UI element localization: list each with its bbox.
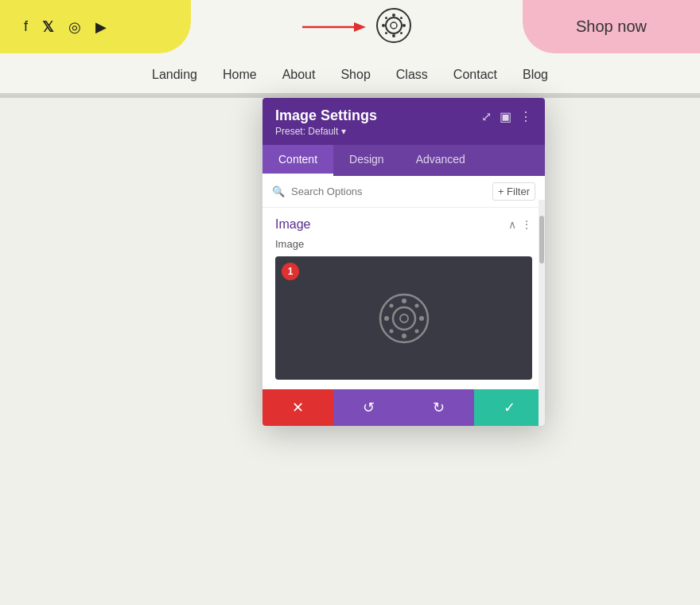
svg-point-10 bbox=[400, 17, 402, 19]
image-upload-area[interactable]: 1 bbox=[275, 256, 532, 380]
svg-point-15 bbox=[400, 314, 408, 322]
facebook-icon[interactable]: f bbox=[24, 18, 28, 35]
youtube-icon[interactable]: ▶ bbox=[95, 18, 107, 36]
nav-item-contact[interactable]: Contact bbox=[453, 68, 497, 82]
badge-number: 1 bbox=[282, 263, 299, 280]
search-icon: 🔍 bbox=[272, 185, 285, 197]
svg-point-7 bbox=[382, 24, 385, 27]
expand-icon[interactable]: ⤢ bbox=[481, 109, 492, 124]
shop-now-label[interactable]: Shop now bbox=[576, 18, 647, 36]
svg-point-20 bbox=[389, 303, 393, 307]
scrollbar[interactable] bbox=[539, 200, 545, 426]
modal-footer: ✕ ↺ ↻ ✓ bbox=[262, 389, 545, 426]
image-field-label: Image bbox=[275, 238, 532, 250]
modal-title: Image Settings bbox=[275, 107, 377, 124]
svg-point-19 bbox=[419, 316, 424, 321]
cancel-button[interactable]: ✕ bbox=[262, 389, 333, 426]
modal-tabs: Content Design Advanced bbox=[262, 145, 545, 176]
svg-point-4 bbox=[391, 22, 397, 29]
modal-header: Image Settings Preset: Default ▾ ⤢ ▣ ⋮ bbox=[262, 98, 545, 145]
search-bar: 🔍 + Filter bbox=[262, 176, 545, 208]
site-logo[interactable] bbox=[375, 7, 412, 47]
svg-point-23 bbox=[414, 329, 418, 333]
section-header: Image ∧ ⋮ bbox=[275, 217, 532, 232]
redo-icon: ↻ bbox=[433, 399, 445, 416]
svg-point-18 bbox=[384, 316, 389, 321]
svg-point-6 bbox=[392, 34, 395, 37]
svg-point-21 bbox=[414, 303, 418, 307]
svg-point-5 bbox=[392, 14, 395, 17]
save-icon: ✓ bbox=[504, 399, 515, 416]
svg-marker-1 bbox=[354, 22, 366, 32]
filter-button[interactable]: + Filter bbox=[492, 182, 535, 201]
redo-button[interactable]: ↻ bbox=[404, 389, 475, 426]
columns-icon[interactable]: ▣ bbox=[500, 109, 511, 124]
svg-point-9 bbox=[385, 17, 387, 19]
section-more-icon[interactable]: ⋮ bbox=[521, 218, 532, 231]
svg-point-14 bbox=[393, 307, 415, 330]
nav-item-about[interactable]: About bbox=[282, 68, 316, 82]
more-icon[interactable]: ⋮ bbox=[519, 109, 532, 124]
cancel-icon: ✕ bbox=[292, 399, 304, 416]
section-actions: ∧ ⋮ bbox=[508, 218, 532, 231]
svg-point-11 bbox=[385, 32, 387, 34]
search-input[interactable] bbox=[291, 185, 486, 197]
header-right-section: Shop now bbox=[523, 0, 700, 53]
nav-item-class[interactable]: Class bbox=[396, 68, 428, 82]
svg-point-12 bbox=[400, 32, 402, 34]
modal-header-icons: ⤢ ▣ ⋮ bbox=[481, 109, 532, 124]
save-button[interactable]: ✓ bbox=[474, 389, 545, 426]
scrollbar-thumb[interactable] bbox=[539, 216, 544, 263]
undo-icon: ↺ bbox=[363, 399, 375, 416]
svg-point-22 bbox=[389, 329, 393, 333]
tab-advanced[interactable]: Advanced bbox=[400, 145, 481, 176]
nav-item-landing[interactable]: Landing bbox=[152, 68, 197, 82]
twitter-icon[interactable]: 𝕏 bbox=[42, 18, 54, 36]
nav-item-home[interactable]: Home bbox=[223, 68, 257, 82]
chevron-up-icon[interactable]: ∧ bbox=[508, 218, 516, 231]
svg-point-8 bbox=[402, 24, 406, 27]
section-title: Image bbox=[275, 217, 310, 232]
tab-content[interactable]: Content bbox=[262, 145, 333, 176]
nav-item-shop[interactable]: Shop bbox=[340, 68, 370, 82]
main-navigation: Landing Home About Shop Class Contact Bl… bbox=[0, 53, 700, 93]
instagram-icon[interactable]: ◎ bbox=[68, 18, 81, 36]
tab-design[interactable]: Design bbox=[333, 145, 400, 176]
page-content-area: Image Settings Preset: Default ▾ ⤢ ▣ ⋮ C… bbox=[0, 98, 700, 605]
svg-point-3 bbox=[386, 18, 402, 33]
modal-body: Image ∧ ⋮ Image 1 bbox=[262, 208, 545, 389]
header-left-section: f 𝕏 ◎ ▶ bbox=[0, 0, 191, 53]
image-settings-panel: Image Settings Preset: Default ▾ ⤢ ▣ ⋮ C… bbox=[262, 98, 545, 426]
svg-point-16 bbox=[402, 299, 406, 303]
modal-title-block: Image Settings Preset: Default ▾ bbox=[275, 107, 377, 137]
modal-preset[interactable]: Preset: Default ▾ bbox=[275, 126, 377, 137]
nav-item-blog[interactable]: Blog bbox=[523, 68, 548, 82]
arrow-indicator bbox=[302, 19, 366, 35]
undo-button[interactable]: ↺ bbox=[333, 389, 404, 426]
svg-point-17 bbox=[402, 334, 406, 338]
site-header: f 𝕏 ◎ ▶ bbox=[0, 0, 700, 53]
header-center-section bbox=[191, 7, 523, 47]
